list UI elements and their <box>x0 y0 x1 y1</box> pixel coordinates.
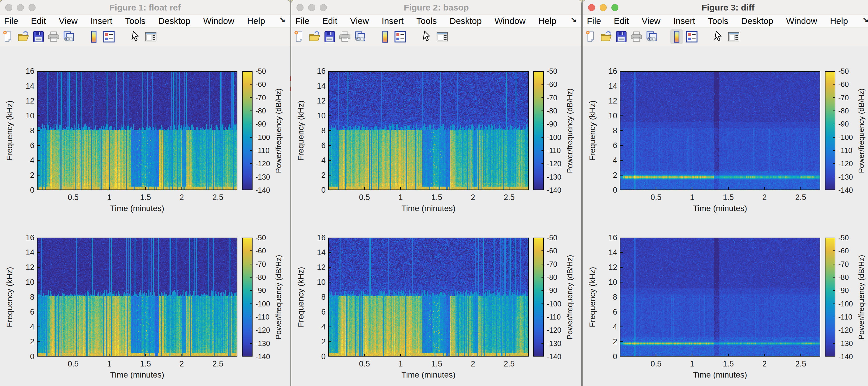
x-tick <box>473 187 473 190</box>
menu-item-edit[interactable]: Edit <box>31 16 46 26</box>
x-tick-label: 0.5 <box>351 359 377 368</box>
x-tick <box>800 354 801 357</box>
x-tick-label: 2.5 <box>205 193 231 202</box>
colorbar-tick-label: -100 <box>838 299 866 308</box>
x-tick <box>364 187 365 190</box>
open-file-button[interactable] <box>600 29 613 44</box>
menu-item-insert[interactable]: Insert <box>674 16 695 26</box>
show-plot-tools-button[interactable] <box>145 29 157 44</box>
print-icon <box>48 31 60 43</box>
insert-colorbar-button[interactable] <box>670 29 683 44</box>
link-plot-button[interactable] <box>353 29 366 44</box>
edit-plot-button[interactable] <box>712 29 725 44</box>
insert-legend-button[interactable] <box>102 29 115 44</box>
colorbar-tick-label: -120 <box>547 326 575 334</box>
y-tick <box>620 86 623 86</box>
new-figure-button[interactable] <box>2 29 14 44</box>
new-figure-button[interactable] <box>293 29 306 44</box>
menu-item-view[interactable]: View <box>350 16 369 26</box>
y-tick-label: 14 <box>596 248 617 257</box>
menu-item-tools[interactable]: Tools <box>416 16 437 26</box>
x-tick-label: 1 <box>679 359 705 368</box>
insert-colorbar-button[interactable] <box>379 29 392 44</box>
colorbar-tick <box>541 277 544 277</box>
menu-item-insert[interactable]: Insert <box>91 16 113 26</box>
y-tick-label: 10 <box>304 111 326 120</box>
show-plot-tools-button[interactable] <box>727 29 740 44</box>
open-file-button[interactable] <box>17 29 30 44</box>
titlebar[interactable]: Figure 1: float ref <box>0 0 290 15</box>
y-tick <box>620 238 623 238</box>
menu-item-file[interactable]: File <box>587 16 601 26</box>
menu-item-view[interactable]: View <box>642 16 660 26</box>
menu-item-help[interactable]: Help <box>538 16 556 26</box>
x-tick <box>109 187 110 190</box>
colorbar-tick <box>250 189 252 190</box>
x-tick <box>145 354 146 357</box>
colorbar-tick <box>833 238 835 238</box>
y-tick-label: 2 <box>13 171 34 180</box>
y-tick-label: 12 <box>596 96 617 106</box>
print-figure-button[interactable] <box>630 29 643 44</box>
menu-item-file[interactable]: File <box>296 16 309 26</box>
colorbar-tick-label: -90 <box>547 120 575 128</box>
menu-item-edit[interactable]: Edit <box>614 16 629 26</box>
menu-item-help[interactable]: Help <box>830 16 848 26</box>
menu-item-view[interactable]: View <box>59 16 78 26</box>
y-tick <box>620 160 623 161</box>
colorbar-tick <box>833 163 835 164</box>
menu-item-window[interactable]: Window <box>495 16 526 26</box>
insert-legend-button[interactable] <box>685 29 698 44</box>
menu-item-insert[interactable]: Insert <box>382 16 404 26</box>
titlebar[interactable]: Figure 3: diff <box>583 0 868 15</box>
colorbar-tick-label: -60 <box>838 80 866 89</box>
menu-overflow-icon[interactable]: ↘ <box>862 16 868 25</box>
print-figure-button[interactable] <box>47 29 60 44</box>
x-tick-label: 2.5 <box>496 193 522 202</box>
menu-item-desktop[interactable]: Desktop <box>741 16 773 26</box>
insert-colorbar-button[interactable] <box>87 29 100 44</box>
titlebar[interactable]: Figure 2: basop <box>291 0 581 15</box>
colorbar-tick <box>541 317 544 317</box>
menu-item-file[interactable]: File <box>4 16 18 26</box>
menu-item-window[interactable]: Window <box>786 16 817 26</box>
menu-item-window[interactable]: Window <box>203 16 235 26</box>
insert-legend-button[interactable] <box>394 29 407 44</box>
x-tick <box>764 187 765 190</box>
menu-item-tools[interactable]: Tools <box>708 16 728 26</box>
menu-item-edit[interactable]: Edit <box>322 16 337 26</box>
save-figure-button[interactable] <box>323 29 336 44</box>
y-tick <box>620 115 623 116</box>
save-figure-button[interactable] <box>615 29 628 44</box>
menu-overflow-icon[interactable]: ↘ <box>279 16 285 25</box>
colorbar-tick <box>833 150 835 151</box>
edit-plot-button[interactable] <box>421 29 433 44</box>
menu-item-desktop[interactable]: Desktop <box>158 16 190 26</box>
y-tick-label: 8 <box>13 292 34 302</box>
colorbar-tick-label: -120 <box>838 159 866 168</box>
edit-plot-button[interactable] <box>129 29 142 44</box>
colorbar <box>242 71 252 190</box>
menu-item-tools[interactable]: Tools <box>125 16 146 26</box>
save-figure-button[interactable] <box>32 29 45 44</box>
menu-item-help[interactable]: Help <box>247 16 265 26</box>
colorbar-tick-label: -140 <box>255 186 283 195</box>
colorbar-tick <box>833 330 835 330</box>
x-tick-label: 2 <box>169 193 195 202</box>
show-plot-tools-button[interactable] <box>436 29 448 44</box>
menu-item-desktop[interactable]: Desktop <box>450 16 482 26</box>
y-tick <box>37 282 40 283</box>
link-plot-button[interactable] <box>62 29 75 44</box>
menu-overflow-icon[interactable]: ↘ <box>570 16 577 25</box>
new-figure-button[interactable] <box>585 29 597 44</box>
open-file-button[interactable] <box>308 29 321 44</box>
y-tick-label: 8 <box>13 126 34 135</box>
y-tick <box>37 189 40 190</box>
y-tick <box>37 297 40 297</box>
y-tick-label: 0 <box>596 352 617 361</box>
spectrogram-image <box>620 238 820 357</box>
save-icon <box>616 31 627 43</box>
print-figure-button[interactable] <box>338 29 351 44</box>
link-plot-button[interactable] <box>645 29 658 44</box>
pointer-icon <box>714 31 723 43</box>
